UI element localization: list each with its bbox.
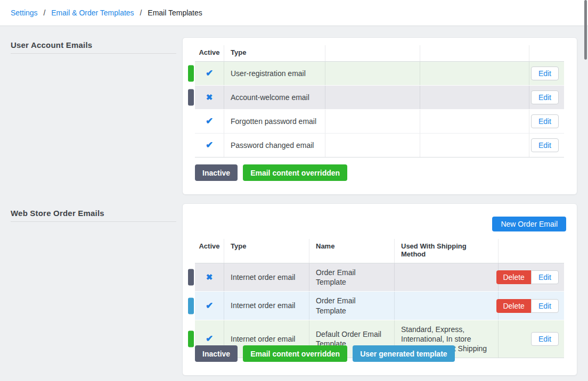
slate-accent-bar bbox=[188, 89, 194, 106]
legend-badge-user-generated-template: User generated template bbox=[353, 345, 454, 362]
slate-accent-bar bbox=[188, 269, 194, 286]
active-cell: ✔ bbox=[195, 110, 224, 133]
edit-button[interactable]: Edit bbox=[531, 270, 559, 284]
action-buttons: Edit bbox=[531, 67, 559, 80]
action-buttons: DeleteEdit bbox=[496, 270, 559, 284]
active-cell: ✔ bbox=[195, 292, 224, 319]
empty-cell bbox=[420, 86, 529, 109]
active-check-icon: ✔ bbox=[206, 300, 213, 312]
section-rule bbox=[11, 221, 176, 222]
table-row: ✔Internet order emailOrder Email Templat… bbox=[195, 292, 564, 320]
actions-cell: Edit bbox=[529, 134, 564, 157]
column-header-active: Active bbox=[195, 239, 224, 263]
column-header bbox=[325, 45, 420, 61]
user-account-emails-table: ActiveType✔User-registration emailEdit✖A… bbox=[195, 45, 564, 158]
action-buttons: DeleteEdit bbox=[496, 299, 559, 313]
actions-cell: Edit bbox=[499, 320, 564, 358]
empty-cell bbox=[420, 62, 529, 85]
actions-cell: Edit bbox=[529, 110, 564, 133]
empty-cell bbox=[325, 110, 420, 133]
active-check-icon: ✔ bbox=[206, 68, 213, 79]
column-header bbox=[420, 45, 529, 61]
column-header-active: Active bbox=[195, 45, 224, 61]
section-title-user-account-emails: User Account Emails bbox=[11, 40, 92, 49]
column-header bbox=[529, 45, 564, 61]
actions-cell: Edit bbox=[529, 62, 564, 85]
legend-badge-email-content-overridden: Email content overridden bbox=[243, 164, 347, 181]
name-cell: Order Email Template bbox=[309, 263, 395, 291]
column-header-type: Type bbox=[224, 45, 325, 61]
legend-badge-inactive: Inactive bbox=[195, 164, 238, 181]
column-header-type: Type bbox=[224, 239, 309, 263]
action-buttons: Edit bbox=[531, 114, 559, 128]
edit-button[interactable]: Edit bbox=[531, 67, 559, 80]
inactive-x-icon: ✖ bbox=[206, 272, 213, 283]
edit-button[interactable]: Edit bbox=[531, 299, 559, 313]
actions-cell: DeleteEdit bbox=[499, 263, 564, 291]
shipping-cell bbox=[395, 292, 499, 319]
active-cell: ✖ bbox=[195, 86, 224, 109]
empty-cell bbox=[325, 134, 420, 157]
blue-accent-bar bbox=[188, 297, 194, 314]
action-buttons: Edit bbox=[531, 138, 559, 152]
table-body: ✖Internet order emailOrder Email Templat… bbox=[195, 263, 564, 358]
edit-button[interactable]: Edit bbox=[531, 90, 559, 104]
actions-cell: Edit bbox=[529, 86, 564, 109]
edit-button[interactable]: Edit bbox=[531, 138, 559, 152]
table-header-row: ActiveType bbox=[195, 45, 564, 62]
shipping-cell bbox=[395, 263, 499, 291]
user-account-emails-legend: InactiveEmail content overridden bbox=[195, 164, 347, 181]
action-buttons: Edit bbox=[531, 90, 559, 104]
edit-button[interactable]: Edit bbox=[531, 332, 559, 346]
active-check-icon: ✔ bbox=[206, 115, 213, 127]
table-body: ✔User-registration emailEdit✖Account-wel… bbox=[195, 62, 564, 158]
table-header-row: ActiveTypeNameUsed With Shipping Method bbox=[195, 239, 564, 263]
breadcrumb: Settings / Email & Order Templates / Ema… bbox=[11, 9, 202, 17]
column-header-used-with-shipping-method: Used With Shipping Method bbox=[395, 239, 499, 263]
empty-cell bbox=[420, 134, 529, 157]
active-check-icon: ✔ bbox=[206, 139, 213, 151]
breadcrumb-item-email-order-templates[interactable]: Email & Order Templates bbox=[51, 9, 134, 17]
table-row: ✔Password changed emailEdit bbox=[195, 134, 564, 158]
action-buttons: Edit bbox=[531, 332, 559, 346]
active-cell: ✔ bbox=[195, 134, 224, 157]
type-cell: Forgotten password email bbox=[224, 110, 325, 133]
column-header-name: Name bbox=[309, 239, 395, 263]
green-accent-bar bbox=[188, 331, 194, 347]
type-cell: Account-welcome email bbox=[224, 86, 325, 109]
web-store-order-emails-table: ActiveTypeNameUsed With Shipping Method✖… bbox=[195, 239, 564, 358]
type-cell: User-registration email bbox=[224, 62, 325, 85]
active-check-icon: ✔ bbox=[206, 333, 213, 345]
breadcrumb-separator: / bbox=[138, 9, 144, 17]
vertical-scrollbar-thumb[interactable] bbox=[584, 0, 587, 60]
edit-button[interactable]: Edit bbox=[531, 114, 559, 128]
name-cell: Order Email Template bbox=[309, 292, 395, 319]
new-order-email-button[interactable]: New Order Email bbox=[492, 217, 566, 231]
table-row: ✖Account-welcome emailEdit bbox=[195, 86, 564, 110]
table-row: ✖Internet order emailOrder Email Templat… bbox=[195, 263, 564, 292]
legend-badge-email-content-overridden: Email content overridden bbox=[243, 345, 347, 362]
breadcrumb-separator: / bbox=[42, 9, 48, 17]
breadcrumb-item-email-templates: Email Templates bbox=[148, 9, 202, 17]
empty-cell bbox=[420, 110, 529, 133]
delete-button[interactable]: Delete bbox=[496, 299, 530, 313]
web-store-order-emails-card: New Order Email ActiveTypeNameUsed With … bbox=[182, 203, 577, 376]
type-cell: Password changed email bbox=[224, 134, 325, 157]
web-store-order-emails-legend: InactiveEmail content overriddenUser gen… bbox=[195, 345, 455, 362]
breadcrumb-bar: Settings / Email & Order Templates / Ema… bbox=[0, 0, 588, 26]
green-accent-bar bbox=[188, 65, 194, 82]
user-account-emails-card: ActiveType✔User-registration emailEdit✖A… bbox=[182, 37, 577, 195]
empty-cell bbox=[325, 62, 420, 85]
inactive-x-icon: ✖ bbox=[206, 92, 213, 103]
delete-button[interactable]: Delete bbox=[496, 270, 530, 284]
type-cell: Internet order email bbox=[224, 263, 309, 291]
table-row: ✔Forgotten password emailEdit bbox=[195, 110, 564, 134]
empty-cell bbox=[325, 86, 420, 109]
breadcrumb-item-settings[interactable]: Settings bbox=[11, 9, 38, 17]
column-header bbox=[499, 239, 564, 263]
active-cell: ✔ bbox=[195, 62, 224, 85]
section-title-web-store-order-emails: Web Store Order Emails bbox=[11, 209, 104, 218]
table-row: ✔User-registration emailEdit bbox=[195, 62, 564, 86]
type-cell: Internet order email bbox=[224, 292, 309, 319]
actions-cell: DeleteEdit bbox=[499, 292, 564, 319]
